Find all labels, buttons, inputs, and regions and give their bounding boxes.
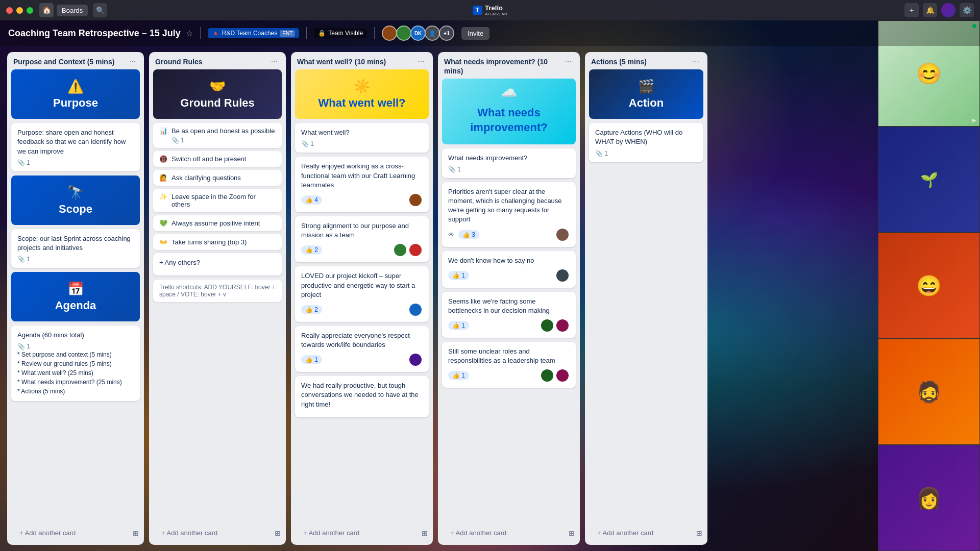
- member-avatar-4[interactable]: 👤: [425, 26, 440, 41]
- ni-eye-1[interactable]: 👁: [448, 231, 454, 238]
- ww-vote-1[interactable]: 👍 4: [301, 195, 322, 205]
- needs-improvement-card-1[interactable]: Priorities aren't super clear at the mom…: [442, 182, 576, 247]
- copy-list-ground-rules[interactable]: ⊞: [272, 526, 284, 540]
- notifications-button[interactable]: 🔔: [923, 3, 937, 17]
- agenda-item-1: * Set purpose and context (5 mins): [17, 350, 134, 359]
- ground-rule-6[interactable]: 👐 Take turns sharing (top 3): [153, 234, 282, 250]
- add-card-purpose[interactable]: + Add another card: [13, 526, 82, 540]
- column-needs-improvement-menu[interactable]: ···: [563, 57, 574, 66]
- went-well-hero-card[interactable]: ☀️ What went well?: [295, 69, 429, 119]
- went-well-card-4[interactable]: Really appreciate everyone's respect tow…: [295, 326, 429, 372]
- column-went-well-menu[interactable]: ···: [416, 57, 427, 66]
- workspace-badge[interactable]: 🔺 R&D Team Coaches ENT: [208, 28, 300, 38]
- actions-capture-card[interactable]: Capture Actions (WHO will do WHAT by WHE…: [589, 123, 703, 162]
- ground-rule-4[interactable]: ✨ Leave space in the Zoom for others: [153, 189, 282, 212]
- ground-rules-emoji: 🤝: [160, 79, 275, 94]
- scope-text-card[interactable]: Scope: our last Sprint across coaching p…: [11, 229, 140, 268]
- scope-card-text: Scope: our last Sprint across coaching p…: [17, 234, 134, 253]
- column-actions-menu[interactable]: ···: [691, 57, 701, 66]
- member-avatar-2[interactable]: [396, 26, 411, 41]
- ni-vote-1[interactable]: 👍 3: [458, 230, 479, 239]
- fullscreen-button[interactable]: [27, 7, 33, 14]
- add-button[interactable]: +: [904, 3, 919, 17]
- column-went-well-cards: ☀️ What went well? What went well? 📎 1 R…: [291, 69, 433, 523]
- member-avatar-extra[interactable]: +1: [439, 26, 454, 41]
- column-needs-improvement-cards: 🌧️ What needs improvement? What needs im…: [438, 79, 580, 523]
- column-ground-rules-menu[interactable]: ···: [269, 57, 280, 66]
- went-well-card-5[interactable]: We had really productive, but tough conv…: [295, 376, 429, 417]
- minimize-button[interactable]: [16, 7, 23, 14]
- column-ground-rules-cards: 🤝 Ground Rules 📊 Be as open and honest a…: [149, 69, 286, 523]
- ni-vote-3[interactable]: 👍 1: [448, 321, 469, 330]
- board-area: Purpose and Context (5 mins) ··· ⚠️ Purp…: [0, 46, 980, 551]
- ni-vote-4[interactable]: 👍 1: [448, 371, 469, 380]
- visibility-badge[interactable]: 🔒 Team Visible: [314, 28, 367, 38]
- went-well-question-card[interactable]: What went well? 📎 1: [295, 123, 429, 153]
- scope-emoji: 🔭: [18, 185, 133, 201]
- user-avatar[interactable]: [941, 3, 955, 17]
- ground-rules-column-footer: + Add another card ⊞: [149, 523, 286, 545]
- video-cell-5[interactable]: 👩: [878, 445, 980, 551]
- went-well-card-1[interactable]: Really enjoyed working as a cross-functi…: [295, 157, 429, 212]
- member-avatar-1[interactable]: [382, 26, 397, 41]
- shortcuts-card[interactable]: Trello shortcuts: ADD YOURSELF: hover + …: [153, 280, 282, 302]
- copy-list-needs-improvement[interactable]: ⊞: [566, 526, 578, 540]
- any-others-card[interactable]: + Any others?: [153, 253, 282, 276]
- board-header: Coaching Team Retrospective – 15 July ☆ …: [0, 20, 980, 46]
- scope-hero-card[interactable]: 🔭 Scope: [11, 176, 140, 225]
- ground-rule-2[interactable]: 📵 Switch off and be present: [153, 151, 282, 167]
- boards-button[interactable]: Boards: [57, 5, 88, 16]
- purpose-emoji: ⚠️: [18, 79, 133, 94]
- copy-list-actions[interactable]: ⊞: [693, 526, 705, 540]
- needs-improvement-card-3[interactable]: Seems like we're facing some bottlenecks…: [442, 292, 576, 338]
- ni-avatars-1: [555, 228, 570, 242]
- went-well-card-2[interactable]: Strong alignment to our purpose and miss…: [295, 216, 429, 262]
- add-card-needs-improvement[interactable]: + Add another card: [444, 526, 512, 540]
- video-cell-3[interactable]: 😄: [878, 233, 980, 339]
- went-well-card-3[interactable]: LOVED our project kickoff – super produc…: [295, 266, 429, 322]
- member-avatar-3[interactable]: DK: [410, 26, 426, 41]
- purpose-hero-card[interactable]: ⚠️ Purpose: [11, 69, 140, 119]
- ni-avatar-4b: [555, 368, 570, 383]
- needs-improvement-card-2[interactable]: We don't know how to say no 👍 1: [442, 251, 576, 288]
- ww-vote-2[interactable]: 👍 2: [301, 245, 322, 255]
- needs-improvement-hero-card[interactable]: 🌧️ What needs improvement?: [442, 79, 576, 144]
- ni-vote-2[interactable]: 👍 1: [448, 271, 469, 280]
- ni-avatar-2a: [555, 268, 570, 283]
- ground-rule-3[interactable]: 🙋 Ask clarifying questions: [153, 170, 282, 186]
- ww-vote-4[interactable]: 👍 1: [301, 355, 322, 364]
- gr-text-5: Always assume positive intent: [172, 219, 260, 227]
- ground-rules-hero-card[interactable]: 🤝 Ground Rules: [153, 69, 282, 119]
- home-button[interactable]: 🏠: [39, 3, 54, 17]
- star-board-button[interactable]: ☆: [186, 29, 193, 38]
- actions-hero-card[interactable]: 🎬 Action: [589, 69, 703, 119]
- add-card-ground-rules[interactable]: + Add another card: [155, 526, 224, 540]
- column-actions: Actions (5 mins) ··· 🎬 Action Capture Ac…: [585, 52, 707, 545]
- invite-button[interactable]: Invite: [461, 27, 489, 40]
- search-button[interactable]: 🔍: [93, 3, 107, 17]
- ww-vote-3[interactable]: 👍 2: [301, 305, 322, 314]
- close-button[interactable]: [6, 7, 13, 14]
- add-card-actions[interactable]: + Add another card: [591, 526, 659, 540]
- copy-list-purpose[interactable]: ⊞: [130, 526, 142, 540]
- purpose-text-card[interactable]: Purpose: share open and honest feedback …: [11, 123, 140, 171]
- agenda-text-card[interactable]: Agenda (60 mins total) 📎 1 * Set purpose…: [11, 325, 140, 401]
- ground-rule-5[interactable]: 💚 Always assume positive intent: [153, 215, 282, 231]
- needs-improvement-card-4[interactable]: Still some unclear roles and responsibil…: [442, 342, 576, 388]
- ww-text-4: Really appreciate everyone's respect tow…: [301, 331, 423, 349]
- copy-list-went-well[interactable]: ⊞: [419, 526, 431, 540]
- add-card-went-well[interactable]: + Add another card: [297, 526, 365, 540]
- needs-improvement-question-card[interactable]: What needs improvement? 📎 1: [442, 148, 576, 178]
- video-cell-2[interactable]: 🌱: [878, 127, 980, 233]
- ground-rule-1[interactable]: 📊 Be as open and honest as possible 📎 1: [153, 123, 282, 148]
- video-feed-4: 🧔: [878, 339, 979, 444]
- agenda-hero-card[interactable]: 📅 Agenda: [11, 272, 140, 321]
- settings-button[interactable]: ⚙️: [960, 3, 974, 17]
- actions-capture-text: Capture Actions (WHO will do WHAT by WHE…: [595, 128, 697, 146]
- video-expand-1[interactable]: ▶: [972, 117, 976, 123]
- video-cell-4[interactable]: 🧔: [878, 339, 980, 445]
- ww-text-1: Really enjoyed working as a cross-functi…: [301, 162, 423, 190]
- column-actions-header: Actions (5 mins) ···: [585, 52, 707, 69]
- column-purpose-menu[interactable]: ···: [127, 57, 138, 66]
- ww-avatars-4: [408, 353, 423, 367]
